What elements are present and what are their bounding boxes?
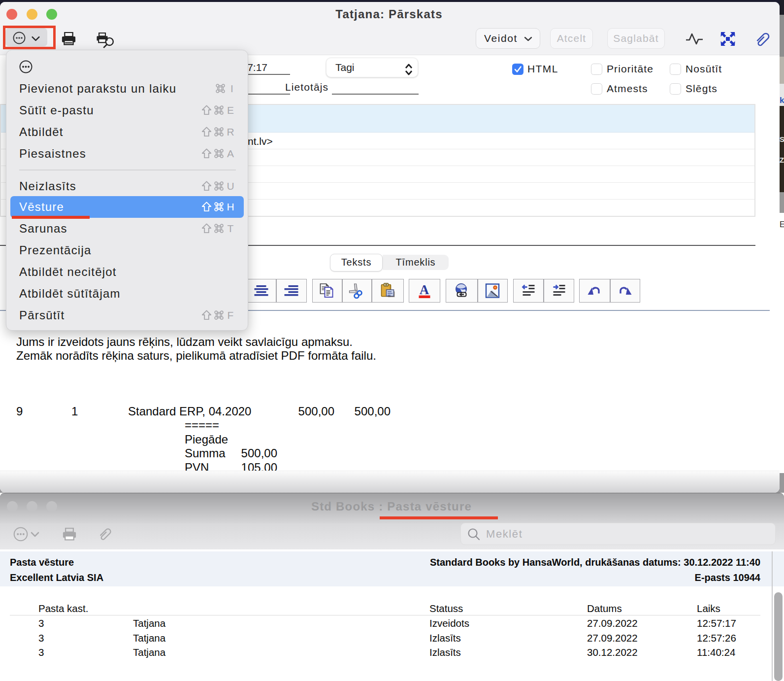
svg-text:A: A	[420, 283, 429, 297]
